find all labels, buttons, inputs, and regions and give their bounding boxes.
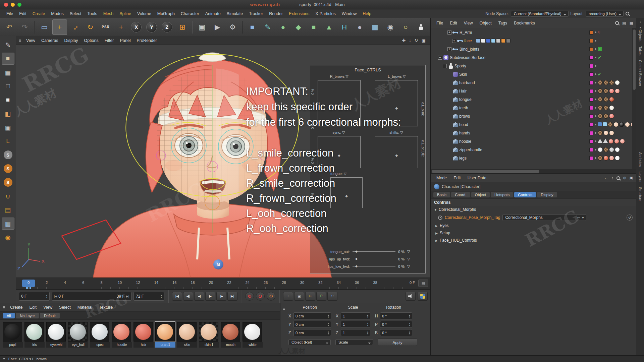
material-skin[interactable]: skin (177, 322, 197, 348)
coord-system-toggle[interactable]: ⊞ (175, 19, 190, 35)
menu-extensions[interactable]: Extensions (286, 9, 312, 18)
timeline-tick[interactable]: 0 (28, 281, 30, 285)
rotate-view-icon[interactable]: ↻ (415, 38, 418, 43)
pose-morph-tag-row[interactable]: Correctional_Pose_Morph_Tag Correctional… (431, 213, 636, 222)
add-field-button[interactable]: ● (352, 19, 367, 35)
object-row-r-arm[interactable]: +R_Arm≈ (431, 28, 636, 37)
correctional-morphs-group[interactable]: ▼Correctional_Morphs (431, 206, 636, 213)
add-deformer-button[interactable]: ▲ (322, 19, 336, 35)
fp-slider-track[interactable]: ◆ (353, 266, 395, 266)
object-label[interactable]: Hair (459, 89, 467, 94)
coord-field-scale-x[interactable]: 1▴▾ (341, 312, 370, 319)
object-label[interactable]: teeth (459, 106, 468, 110)
object-row-zipperhandle[interactable]: zipperhandle (431, 145, 636, 154)
visibility-dot[interactable] (595, 82, 596, 83)
material-skin-1[interactable]: skin.1 (199, 322, 219, 348)
window-controls[interactable] (4, 3, 21, 7)
visibility-dot[interactable] (595, 149, 596, 150)
plus-tag-icon[interactable]: + (598, 47, 602, 51)
redo-button[interactable]: ↷ (17, 19, 32, 35)
tag-icon[interactable] (476, 39, 480, 43)
uvw-tag-icon[interactable] (603, 139, 608, 143)
timeline-tick[interactable]: 8 (101, 281, 103, 285)
timeline-tick[interactable]: 20 (209, 281, 213, 285)
material-tag-icon[interactable] (603, 130, 608, 135)
sound-toggle-button[interactable] (406, 292, 416, 301)
am-lock-icon[interactable]: ⊕ (623, 176, 627, 180)
material-tag-icon[interactable] (609, 88, 614, 94)
object-label[interactable]: Subdivision Surface (450, 55, 485, 60)
om-menu-object[interactable]: Object (477, 19, 495, 27)
object-label[interactable]: zipperhandle (459, 147, 482, 152)
mat-menu-edit[interactable]: Edit (26, 303, 40, 312)
timeline-tick[interactable]: 10 (118, 281, 122, 285)
group-face_hud_controls[interactable]: ▶Face_HUD_Controls (431, 237, 636, 244)
tag-icon[interactable] (481, 39, 485, 43)
side-tab-takes[interactable]: Takes (638, 46, 642, 55)
material-tag-icon[interactable] (609, 147, 614, 152)
strip-menu-icon[interactable]: ▾ (639, 25, 641, 29)
timeline-tick[interactable]: 30 (300, 281, 304, 285)
am-back-icon[interactable]: ← (604, 176, 608, 180)
add-light-button[interactable]: ○ (398, 19, 413, 35)
menu-render[interactable]: Render (266, 9, 286, 18)
mat-menu-view[interactable]: View (40, 303, 55, 312)
character-object-button[interactable] (414, 19, 428, 35)
vp-menu-options[interactable]: Options (81, 36, 102, 45)
texture-mode[interactable]: ▦ (2, 66, 14, 78)
key-scale-toggle[interactable]: ▣ (294, 292, 304, 301)
snap-3d[interactable]: S (2, 163, 14, 175)
layer-color-chip[interactable] (589, 98, 593, 102)
workplane-mode[interactable]: □ (2, 80, 14, 92)
coord-field-rotation-h[interactable]: 0 °▴▾ (380, 312, 412, 319)
object-row-bind-joints[interactable]: +Bind_joints+ (431, 45, 636, 53)
enabled-check-icon[interactable]: ✓ (598, 55, 601, 60)
coord-field-scale-y[interactable]: 1▴▾ (341, 321, 370, 328)
visibility-dot[interactable] (595, 124, 596, 125)
filter-no-layer[interactable]: No Layer (16, 313, 39, 318)
play-button[interactable]: ▶ (205, 292, 215, 301)
model-mode[interactable]: ■ (2, 53, 14, 65)
shifts-control[interactable]: ◆ (375, 136, 418, 168)
layer-color-chip[interactable] (589, 47, 593, 51)
menu-spline[interactable]: Spline (116, 9, 134, 18)
add-subdivision-button[interactable]: ● (276, 19, 290, 35)
fp-slider-dropdown-icon[interactable]: ▽ (407, 249, 410, 254)
fp-slider-dropdown-icon[interactable]: ▽ (407, 264, 410, 268)
object-row-tongue[interactable]: tongue (431, 95, 636, 104)
keyframe-mark[interactable] (30, 287, 31, 289)
material-hair[interactable]: hair (133, 322, 154, 348)
magnet-tool[interactable]: ∪ (2, 190, 14, 202)
points-mode[interactable]: ■ (2, 94, 14, 106)
x-axis-lock[interactable]: X (129, 19, 144, 35)
weight-tag-icon[interactable]: ≈ (598, 30, 600, 35)
am-search-icon[interactable] (616, 176, 620, 180)
grid-tool[interactable]: ▦ (2, 218, 14, 230)
object-tree-vscrollbar[interactable] (632, 28, 636, 169)
coords-burger-icon[interactable]: ≡ (283, 306, 285, 311)
menu-tracker[interactable]: Tracker (246, 9, 266, 18)
material-eyeswhl[interactable]: eyeswhl (46, 322, 66, 348)
expand-toggle[interactable]: + (447, 31, 451, 35)
material-oran-1[interactable]: oran.1 (155, 322, 175, 348)
am-menu-user-data[interactable]: User Data (465, 174, 489, 182)
timeline-tick[interactable]: 2 (46, 281, 48, 285)
material-tag-icon[interactable] (609, 156, 614, 161)
viewport-canvas[interactable]: Y X Z IMPORTANT:keep this specific order… (16, 45, 430, 278)
r-brows-label[interactable]: R_brows ▽ (330, 74, 348, 79)
object-mode-select[interactable]: Object (Rel) (288, 339, 331, 345)
shifts-label[interactable]: shifts: ▽ (389, 130, 403, 135)
om-menu-edit[interactable]: Edit (447, 19, 460, 27)
object-label[interactable]: Bind_joints (460, 47, 479, 52)
render-view-button[interactable]: ▣ (195, 19, 209, 35)
tag-icon[interactable] (598, 122, 602, 126)
visibility-dot[interactable] (595, 99, 596, 100)
next-frame-button[interactable]: |▶ (216, 292, 226, 301)
layer-color-chip[interactable] (589, 89, 593, 93)
enable-snap[interactable]: S (2, 149, 14, 161)
paint-tool[interactable]: ◉ (2, 231, 14, 243)
layer-color-chip[interactable] (589, 31, 593, 35)
visibility-dot[interactable] (595, 57, 596, 58)
material-mouth[interactable]: mouth (221, 322, 241, 348)
material-tag-icon[interactable] (609, 105, 614, 110)
